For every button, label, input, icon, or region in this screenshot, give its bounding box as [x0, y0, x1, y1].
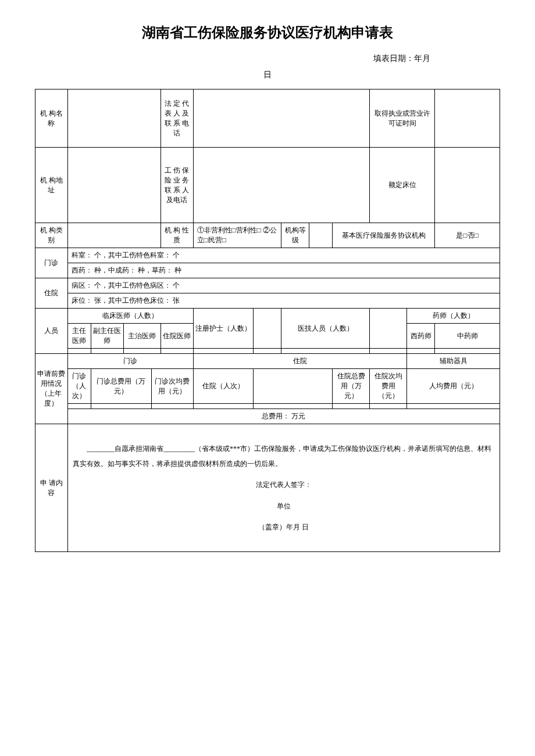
- tech-blank[interactable]: [370, 349, 407, 354]
- license-time-label: 取得执业或营业许可证时间: [370, 89, 435, 148]
- resident-field[interactable]: [160, 349, 193, 354]
- tech-value[interactable]: [281, 349, 370, 354]
- cost-label: 申请前费用情况（上年度）: [35, 354, 68, 424]
- application-label: 申 请内容: [35, 424, 68, 552]
- fill-date-day: 日: [35, 70, 500, 80]
- resident-label: 住院医师: [160, 324, 193, 349]
- org-nature-options[interactable]: ①非营利性□营利性□ ②公立□民营□: [193, 223, 281, 248]
- application-content[interactable]: ________自愿承担湖南省_________（省本级或***市）工伤保险服务…: [67, 424, 500, 552]
- inpatient-bed-field[interactable]: 床位： 张，其中工伤特色床位： 张: [67, 293, 500, 309]
- out-visits-field[interactable]: [67, 404, 91, 409]
- inpatient-ward-field[interactable]: 病区： 个，其中工伤特色病区： 个: [67, 278, 500, 293]
- tech-field[interactable]: [370, 309, 407, 349]
- in-visits-value[interactable]: [193, 404, 254, 409]
- total-cost-field[interactable]: 总费用： 万元: [67, 409, 500, 424]
- application-declaration: ________自愿承担湖南省_________（省本级或***市）工伤保险服务…: [73, 441, 495, 472]
- in-avg-field[interactable]: [370, 404, 407, 409]
- nurse-label: 注册护士（人数）: [193, 309, 254, 349]
- org-type-field[interactable]: [67, 223, 160, 248]
- application-form-table: 机 构名称 法 定 代表 人 及联 系 电话 取得执业或营业许可证时间 机 构地…: [35, 89, 500, 552]
- yes-no-field[interactable]: 是□否□: [435, 223, 500, 248]
- cost-inpatient-label: 住院: [193, 354, 406, 369]
- org-nature-label: 机 构 性质: [160, 223, 193, 248]
- org-type-label: 机 构类别: [35, 223, 68, 248]
- org-addr-field[interactable]: [67, 148, 160, 223]
- org-level-label: 机构等级: [281, 223, 309, 248]
- pharmacist-label: 药师（人数）: [407, 309, 500, 324]
- attending-field[interactable]: [123, 349, 160, 354]
- unit-label: 单位: [73, 499, 495, 514]
- fill-date-label: 填表日期：年月: [35, 53, 500, 64]
- staff-label: 人员: [35, 309, 68, 354]
- chief-label: 主任医师: [67, 324, 91, 349]
- outpatient-label: 门诊: [35, 248, 68, 278]
- chinese-field[interactable]: [435, 349, 500, 354]
- org-addr-label: 机 构地址: [35, 148, 68, 223]
- nurse-value[interactable]: [193, 349, 254, 354]
- deputy-label: 副主任医师: [91, 324, 123, 349]
- out-visits-label: 门诊（人次）: [67, 369, 91, 404]
- clinician-label: 临床医师（人数）: [67, 309, 193, 324]
- outpatient-dept-field[interactable]: 科室： 个，其中工伤特色科室： 个: [67, 248, 500, 263]
- western-label: 西药师: [407, 324, 435, 349]
- in-visits-field[interactable]: [254, 369, 333, 404]
- nurse-blank[interactable]: [254, 349, 281, 354]
- inpatient-label: 住院: [35, 278, 68, 309]
- legal-rep-sign-label: 法定代表人签字：: [73, 477, 495, 492]
- in-visits-label: 住院（人次）: [193, 369, 254, 404]
- org-level-field[interactable]: [309, 223, 333, 248]
- ins-contact-label: 工 伤 保险 业 务联 系 人及电话: [160, 148, 193, 223]
- org-name-label: 机 构名称: [35, 89, 68, 148]
- aux-avg-field[interactable]: [407, 404, 500, 409]
- aux-avg-label: 人均费用（元）: [407, 369, 500, 404]
- nurse-field[interactable]: [254, 309, 281, 349]
- chinese-label: 中药师: [435, 324, 500, 349]
- western-field[interactable]: [407, 349, 435, 354]
- in-avg-label: 住院次均费用（元）: [370, 369, 407, 404]
- cost-aux-label: 辅助器具: [407, 354, 500, 369]
- out-avg-field[interactable]: [151, 404, 193, 409]
- basic-ins-label: 基本医疗保险服务协议机构: [333, 223, 435, 248]
- out-total-label: 门诊总费用（万元）: [91, 369, 151, 404]
- cost-outpatient-label: 门诊: [67, 354, 193, 369]
- out-avg-label: 门诊次均费用（元）: [151, 369, 193, 404]
- attending-label: 主治医师: [123, 324, 160, 349]
- org-name-field[interactable]: [67, 89, 160, 148]
- outpatient-med-field[interactable]: 西药： 种，中成药： 种，草药： 种: [67, 263, 500, 278]
- seal-date-label: （盖章）年月 日: [73, 519, 495, 535]
- in-blank[interactable]: [254, 404, 333, 409]
- in-total-label: 住院总费用（万元）: [333, 369, 370, 404]
- tech-label: 医技人员（人数）: [281, 309, 370, 349]
- page-title: 湖南省工伤保险服务协议医疗机构申请表: [35, 23, 500, 42]
- legal-rep-field[interactable]: [193, 89, 370, 148]
- deputy-field[interactable]: [91, 349, 123, 354]
- rated-beds-field[interactable]: [435, 148, 500, 223]
- out-total-field[interactable]: [91, 404, 151, 409]
- license-time-field[interactable]: [435, 89, 500, 148]
- legal-rep-label: 法 定 代表 人 及联 系 电话: [160, 89, 193, 148]
- chief-field[interactable]: [67, 349, 91, 354]
- ins-contact-field[interactable]: [193, 148, 370, 223]
- rated-beds-label: 额定床位: [370, 148, 435, 223]
- in-total-field[interactable]: [333, 404, 370, 409]
